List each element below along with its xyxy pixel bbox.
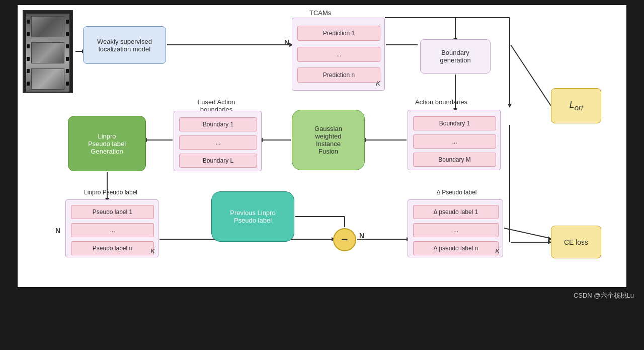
film-hole [66, 82, 69, 86]
linpro-pl-box: Pseudo label 1 ... Pseudo label n K [65, 199, 158, 257]
n-label-linpro: N [55, 227, 60, 235]
lpl-row-1: Pseudo label 1 [71, 205, 154, 219]
film-hole [66, 44, 69, 48]
action-boundary-row-dots: ... [413, 134, 496, 149]
tcams-k-label: K [376, 80, 380, 87]
celoss-box: CE loss [551, 226, 601, 258]
main-canvas: N Wea [18, 5, 626, 287]
linpro-pl-label: Linpro Pseudo label [68, 189, 153, 196]
weakly-supervised-label: Weakly supervisedlocalization model [97, 38, 152, 53]
film-hole [27, 69, 30, 73]
film-hole [66, 69, 69, 73]
lpl-k-label: K [150, 247, 155, 255]
film-hole [27, 44, 30, 48]
n-label-tcams: N [284, 38, 289, 46]
boundary-gen-box: Boundarygeneration [420, 39, 491, 74]
bottom-bar: CSDN @六个核桃Lu [0, 287, 644, 304]
tcams-label: TCAMs [309, 9, 331, 17]
action-boundary-row-m: Boundary M [413, 153, 496, 167]
delta-pl-box: Δ pseudo label 1 ... Δ pseudo label n K [408, 199, 503, 257]
prev-linpro-label: Previous LinproPseudo label [230, 209, 275, 224]
lori-label: Lori [570, 100, 583, 112]
film-holes-left [26, 14, 30, 92]
svg-line-5 [511, 45, 551, 106]
minus-symbol: − [342, 233, 348, 246]
action-boundary-row-1: Boundary 1 [413, 116, 496, 130]
film-hole [66, 20, 69, 24]
action-boundaries-box: Boundary 1 ... Boundary M [408, 110, 501, 170]
film-hole [27, 32, 30, 36]
svg-marker-29 [508, 104, 512, 108]
film-hole [27, 20, 30, 24]
celoss-label: CE loss [564, 238, 588, 246]
film-hole [66, 57, 69, 61]
film-hole [27, 82, 30, 86]
dpl-row-dots: ... [413, 223, 499, 237]
gaussian-box: GaussianweightedInstanceFusion [292, 110, 365, 170]
lpl-row-dots: ... [71, 223, 154, 237]
tcams-row-dots: ... [297, 47, 380, 62]
delta-pl-label: Δ Pseudo label [410, 189, 503, 196]
tcams-row-n: Prediction n [297, 67, 380, 83]
prev-linpro-box: Previous LinproPseudo label [211, 191, 294, 242]
boundary-gen-label: Boundarygeneration [440, 49, 470, 64]
lpl-row-n: Pseudo label n [71, 241, 154, 255]
film-hole [27, 57, 30, 61]
weakly-supervised-box: Weakly supervisedlocalization model [83, 26, 166, 64]
film-holes-right [65, 14, 69, 92]
linpro-label: LinproPseudo labelGeneration [88, 132, 126, 155]
dpl-row-n: Δ pseudo label n [413, 241, 499, 255]
fused-box: Boundary 1 ... Boundary L [174, 111, 262, 171]
tcams-row-1: Prediction 1 [297, 26, 380, 41]
fused-row-dots: ... [179, 135, 257, 150]
svg-line-25 [504, 228, 550, 238]
linpro-box: LinproPseudo labelGeneration [68, 116, 146, 171]
gaussian-label: GaussianweightedInstanceFusion [314, 125, 342, 155]
film-strip [23, 10, 73, 93]
fused-row-l: Boundary L [179, 154, 257, 168]
tcams-box: Prediction 1 ... Prediction n K [292, 18, 385, 91]
fused-row-1: Boundary 1 [179, 117, 257, 131]
dpl-row-1: Δ pseudo label 1 [413, 205, 499, 219]
minus-circle: − [333, 228, 356, 251]
action-boundaries-label: Action boundaries [415, 98, 467, 106]
n-label-minus: N [359, 232, 364, 240]
dpl-k-label: K [495, 247, 500, 255]
film-hole [66, 32, 69, 36]
lori-box: Lori [551, 88, 601, 123]
credit-text: CSDN @六个核桃Lu [574, 292, 634, 299]
